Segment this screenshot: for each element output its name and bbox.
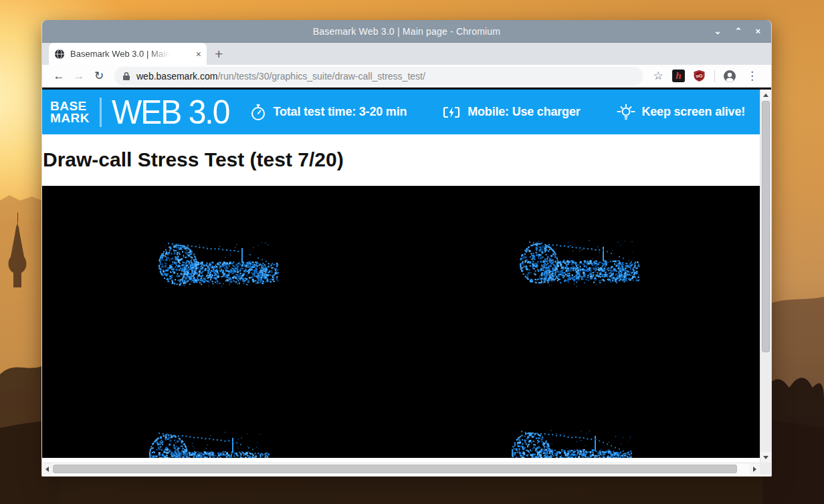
vertical-scrollbar[interactable] <box>760 90 771 463</box>
header-item-mobile-charger: Mobile: Use charger <box>443 105 580 120</box>
reload-button[interactable]: ↻ <box>89 69 109 83</box>
triangle-left-icon <box>45 467 49 472</box>
scroll-down-button[interactable] <box>760 452 771 463</box>
triangle-right-icon <box>753 467 756 472</box>
lock-icon <box>122 72 130 81</box>
page-viewport: BASE MARK WEB 3.0 <box>42 90 771 475</box>
back-button[interactable]: ← <box>49 70 69 83</box>
h-extension-icon[interactable]: h <box>672 70 685 82</box>
webgl-test-canvas <box>42 186 760 458</box>
stopwatch-icon <box>249 104 267 121</box>
scroll-up-button[interactable] <box>760 90 771 100</box>
tab-strip: Basemark Web 3.0 | Main × + <box>42 43 771 65</box>
header-info-items: Total test time: 3-20 min Mobile: Use c <box>249 104 745 121</box>
url-path: /run/tests/30/graphics_suite/draw-call_s… <box>217 71 425 82</box>
scroll-right-button[interactable] <box>750 463 760 475</box>
lightbulb-icon <box>617 104 635 121</box>
window-maximize-button[interactable]: ⌃ <box>735 20 742 43</box>
basemark-logo-wordmark: BASE MARK <box>50 100 90 124</box>
browser-toolbar: ← → ↻ web.basemark.com/run/tests/30/grap… <box>42 65 771 88</box>
basemark-logo: BASE MARK WEB 3.0 <box>50 94 229 130</box>
toolbar-separator <box>714 70 715 82</box>
ublock-origin-shield-icon[interactable]: uO <box>693 70 706 82</box>
horizontal-scrollbar-thumb[interactable] <box>53 465 737 473</box>
new-tab-button[interactable]: + <box>207 44 231 64</box>
triangle-up-icon <box>763 94 768 97</box>
battery-charging-icon <box>443 105 461 120</box>
header-item-label: Total test time: 3-20 min <box>274 105 407 119</box>
globe-favicon-icon <box>54 49 65 59</box>
bookmark-star-icon[interactable]: ☆ <box>648 69 668 83</box>
header-item-keep-screen-alive: Keep screen alive! <box>617 104 746 121</box>
window-title: Basemark Web 3.0 | Main page - Chromium <box>42 26 771 37</box>
browser-menu-icon[interactable]: ⋮ <box>740 69 764 83</box>
horizontal-scrollbar[interactable] <box>42 463 760 475</box>
logo-line-base: BASE <box>50 100 90 112</box>
window-titlebar[interactable]: Basemark Web 3.0 | Main page - Chromium … <box>42 20 771 43</box>
header-item-test-time: Total test time: 3-20 min <box>249 104 407 121</box>
webpage-content: BASE MARK WEB 3.0 <box>42 90 760 463</box>
window-close-button[interactable]: × <box>755 20 760 43</box>
tab-title: Basemark Web 3.0 | Main <box>70 49 170 59</box>
browser-window: Basemark Web 3.0 | Main page - Chromium … <box>41 20 772 477</box>
profile-avatar-icon[interactable] <box>720 70 740 83</box>
header-item-label: Keep screen alive! <box>642 105 746 119</box>
logo-divider <box>100 98 102 127</box>
url-text: web.basemark.com/run/tests/30/graphics_s… <box>136 71 425 82</box>
basemark-header: BASE MARK WEB 3.0 <box>42 90 760 134</box>
window-minimize-button[interactable]: ⌄ <box>714 20 722 43</box>
tab-close-icon[interactable]: × <box>196 49 201 59</box>
vertical-scrollbar-thumb[interactable] <box>762 101 770 352</box>
forward-button[interactable]: → <box>69 70 89 83</box>
logo-line-mark: MARK <box>50 112 90 124</box>
header-item-label: Mobile: Use charger <box>468 105 580 119</box>
browser-tab[interactable]: Basemark Web 3.0 | Main × <box>49 43 207 65</box>
url-host: web.basemark.com <box>136 71 217 82</box>
svg-text:uO: uO <box>696 74 703 78</box>
page-title: Draw-call Stress Test (test 7/20) <box>43 148 760 171</box>
desktop-wallpaper: Basemark Web 3.0 | Main page - Chromium … <box>0 0 824 504</box>
triangle-down-icon <box>763 456 768 459</box>
address-bar[interactable]: web.basemark.com/run/tests/30/graphics_s… <box>114 67 643 86</box>
scrollbar-corner <box>760 463 771 475</box>
logo-product-name: WEB 3.0 <box>112 93 229 131</box>
scroll-left-button[interactable] <box>42 463 52 475</box>
